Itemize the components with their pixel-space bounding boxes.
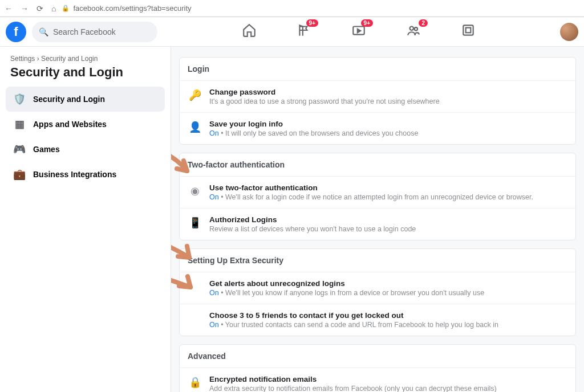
breadcrumb[interactable]: Settings › Security and Login (10, 55, 160, 63)
row-title: Change password (209, 88, 440, 96)
back-icon[interactable]: ← (5, 4, 13, 13)
row-use-2fa[interactable]: ◉ Use two-factor authentication On • We'… (180, 177, 575, 209)
sidebar-item-label: Business Integrations (33, 170, 116, 179)
section-header: Setting Up Extra Security (180, 249, 575, 272)
reload-icon[interactable]: ⟳ (36, 4, 43, 13)
section-login: Login 🔑 Change password It's a good idea… (179, 57, 576, 145)
svg-point-2 (415, 27, 417, 30)
row-trusted-contacts[interactable]: Choose 3 to 5 friends to contact if you … (180, 304, 575, 336)
sidebar-item-games[interactable]: 🎮 Games (6, 137, 165, 162)
nav-home[interactable] (242, 23, 257, 41)
grid-icon: ▦ (13, 117, 26, 131)
row-sub: On • We'll let you know if anyone logs i… (209, 289, 484, 297)
avatar[interactable] (560, 23, 578, 41)
section-advanced: Advanced 🔒 Encrypted notification emails… (179, 344, 576, 392)
row-title: Use two-factor authentication (209, 183, 533, 192)
row-sub: Add extra security to notification email… (209, 385, 497, 392)
section-extra-security: Setting Up Extra Security Get alerts abo… (179, 248, 576, 336)
svg-rect-3 (463, 25, 473, 35)
row-sub: On • It will only be saved on the browse… (209, 129, 418, 137)
blank-icon (188, 311, 202, 326)
svg-rect-4 (466, 27, 471, 32)
address-url[interactable]: facebook.com/settings?tab=security (73, 4, 191, 13)
nav-watch[interactable]: 9+ (351, 23, 366, 41)
nav-gaming[interactable] (461, 23, 476, 41)
home-icon[interactable]: ⌂ (51, 4, 56, 13)
section-header: Two-factor authentication (180, 153, 575, 177)
nav-groups[interactable]: 2 (406, 23, 421, 41)
search-placeholder: Search Facebook (53, 27, 116, 36)
row-title: Save your login info (209, 120, 418, 128)
shield-icon: 🛡️ (13, 92, 26, 106)
badge-groups: 2 (419, 19, 428, 27)
search-icon: 🔍 (39, 27, 48, 36)
key-icon: 🔑 (188, 88, 202, 103)
shield-check-icon: ◉ (188, 183, 202, 198)
forward-icon[interactable]: → (21, 4, 29, 13)
sidebar-item-label: Apps and Websites (33, 120, 107, 129)
blank-icon (188, 279, 202, 294)
row-alerts[interactable]: Get alerts about unrecognized logins On … (180, 272, 575, 304)
row-save-login[interactable]: 👤 Save your login info On • It will only… (180, 113, 575, 144)
row-title: Encrypted notification emails (209, 375, 497, 383)
settings-sidebar: Settings › Security and Login Security a… (0, 47, 171, 392)
row-encrypted-emails[interactable]: 🔒 Encrypted notification emails Add extr… (180, 368, 575, 392)
row-authorized-logins[interactable]: 📱 Authorized Logins Review a list of dev… (180, 209, 575, 240)
row-sub: Review a list of devices where you won't… (209, 225, 416, 233)
gamepad-icon: 🎮 (13, 142, 26, 156)
row-title: Choose 3 to 5 friends to contact if you … (209, 311, 498, 320)
row-title: Authorized Logins (209, 215, 416, 224)
main-content: Login 🔑 Change password It's a good idea… (171, 47, 584, 392)
section-twofa: Two-factor authentication ◉ Use two-fact… (179, 153, 576, 240)
sidebar-item-security[interactable]: 🛡️ Security and Login (6, 87, 165, 112)
sidebar-item-label: Security and Login (33, 95, 105, 104)
badge-watch: 9+ (361, 19, 373, 27)
sidebar-item-apps[interactable]: ▦ Apps and Websites (6, 112, 165, 137)
row-sub: On • We'll ask for a login code if we no… (209, 193, 533, 201)
phone-icon: 📱 (188, 215, 202, 230)
lock-outline-icon: 🔒 (188, 375, 202, 390)
section-header: Login (180, 58, 575, 81)
sidebar-item-label: Games (33, 145, 60, 154)
user-icon: 👤 (188, 120, 202, 134)
badge-pages: 9+ (306, 19, 318, 27)
row-sub: On • Your trusted contacts can send a co… (209, 321, 498, 329)
row-change-password[interactable]: 🔑 Change password It's a good idea to us… (180, 81, 575, 113)
page-title: Security and Login (10, 65, 160, 80)
facebook-logo[interactable]: f (6, 22, 26, 42)
svg-point-1 (410, 26, 414, 30)
section-header: Advanced (180, 345, 575, 368)
search-input[interactable]: 🔍 Search Facebook (32, 22, 157, 42)
nav-pages[interactable]: 9+ (297, 23, 311, 41)
row-sub: It's a good idea to use a strong passwor… (209, 97, 440, 105)
briefcase-icon: 💼 (13, 168, 26, 181)
app-topbar: f 🔍 Search Facebook 9+ 9+ 2 (0, 17, 584, 47)
sidebar-item-business[interactable]: 💼 Business Integrations (6, 162, 165, 187)
browser-chrome: ← → ⟳ ⌂ 🔒 facebook.com/settings?tab=secu… (0, 0, 584, 17)
lock-icon: 🔒 (62, 5, 70, 12)
row-title: Get alerts about unrecognized logins (209, 279, 484, 288)
